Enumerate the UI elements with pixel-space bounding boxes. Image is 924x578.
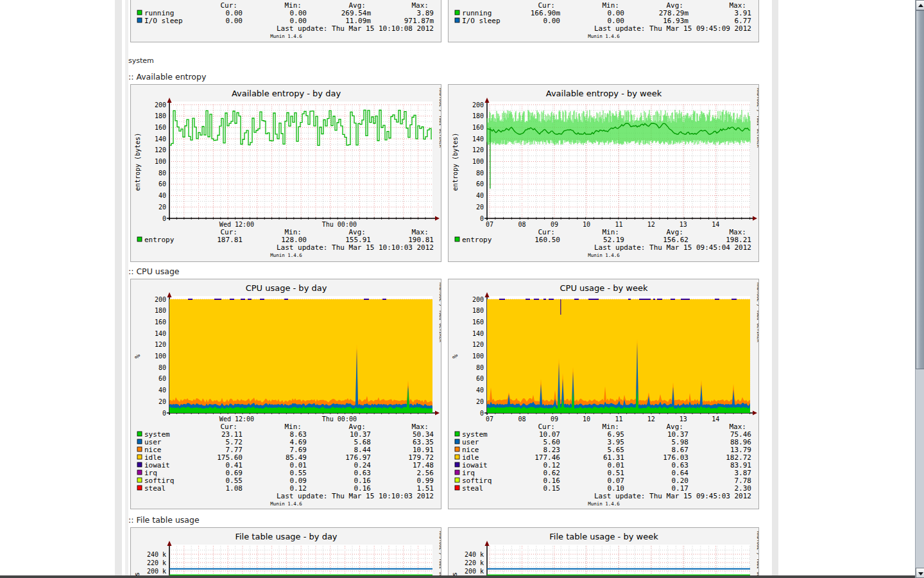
svg-text:Wed 12:00: Wed 12:00 [219,221,254,228]
legend: Cur:Min:Avg:Max:running0.000.00269.54m3.… [137,1,434,39]
legend: Cur:Min:Avg:Max:system23.118.6310.3750.3… [137,423,434,507]
svg-text:200: 200 [472,101,484,109]
svg-text:140: 140 [472,330,484,337]
svg-text:entropy: entropy [462,236,492,244]
graph-entropy-week[interactable]: Available entropy - by weekRRDTOOL / TOB… [448,84,759,262]
svg-text:180: 180 [155,112,166,119]
scrollbar-down-button[interactable] [916,568,924,578]
legend: Cur:Min:Avg:Max:system10.076.9510.3775.4… [455,423,751,507]
svg-text:100: 100 [155,158,166,165]
graph-processes-week-partial[interactable]: Cur:Min:Avg:Max:running166.90m0.00278.29… [448,0,759,42]
legend-swatch-softirq [137,478,142,482]
series-idle [169,299,432,413]
svg-text:60: 60 [476,180,484,188]
legend: Cur:Min:Avg:Max:running166.90m0.00278.29… [455,1,751,39]
svg-text:08: 08 [518,221,526,228]
svg-text:20: 20 [158,204,166,211]
svg-text:140: 140 [155,330,166,337]
svg-text:RRDTOOL / TOBI OETIKER: RRDTOOL / TOBI OETIKER [438,88,441,148]
heading-available-entropy: :: Available entropy [128,72,206,82]
svg-text:120: 120 [472,341,484,348]
svg-text:RRDTOOL / TOBI OETIKER: RRDTOOL / TOBI OETIKER [438,531,441,578]
svg-text:0: 0 [162,410,166,417]
plot-area: 0204060801001201401601802000708091011121… [472,292,757,423]
svg-text:100: 100 [155,353,166,360]
svg-text:0.15: 0.15 [543,484,561,493]
svg-text:Thu 00:00: Thu 00:00 [322,416,357,423]
svg-text:240 k: 240 k [465,551,484,558]
svg-text:09: 09 [551,221,558,228]
svg-text:09: 09 [551,416,558,423]
svg-text:100: 100 [472,158,484,165]
graph-file-table-day-partial[interactable]: File table usage - by dayRRDTOOL / TOBI … [130,527,441,578]
svg-text:13: 13 [680,416,687,423]
svg-text:160: 160 [472,319,484,326]
svg-text:140: 140 [155,136,166,143]
svg-text:Available entropy - by week: Available entropy - by week [546,89,662,98]
legend-swatch-idle [455,455,459,459]
svg-text:Munin 1.4.6: Munin 1.4.6 [270,33,302,39]
svg-text:0.00: 0.00 [543,17,561,25]
legend-swatch-user [137,439,142,444]
svg-text:12: 12 [647,221,655,228]
svg-text:10: 10 [583,416,590,423]
vertical-scrollbar[interactable] [915,0,924,578]
svg-text:20: 20 [158,398,166,405]
svg-text:80: 80 [476,170,484,177]
svg-text:60: 60 [476,375,484,382]
svg-text:180: 180 [155,307,166,314]
svg-text:160.50: 160.50 [535,236,560,244]
svg-text:07: 07 [486,416,493,423]
svg-text:Munin 1.4.6: Munin 1.4.6 [588,33,620,39]
legend: Cur:Min:Avg:Max:entropy160.5052.19156.62… [455,228,751,258]
plot-area: 020406080100120140160180200Wed 12:00Thu … [155,98,440,228]
svg-text:20: 20 [476,398,484,405]
svg-text:Available entropy - by day: Available entropy - by day [232,89,341,98]
legend-swatch-entropy [455,237,459,241]
svg-text:60: 60 [158,375,166,382]
cpu-day-svg: CPU usage - by dayRRDTOOL / TOBI OETIKER… [131,279,441,510]
svg-text:40: 40 [158,387,166,394]
legend-swatch-nice [455,447,459,451]
svg-text:40: 40 [158,192,166,199]
legend-swatch-system [455,432,459,436]
legend-swatch-softirq [455,478,459,482]
proc-week-svg: Cur:Min:Avg:Max:running166.90m0.00278.29… [449,0,758,42]
graph-file-table-week-partial[interactable]: File table usage - by weekRRDTOOL / TOBI… [448,527,759,578]
svg-text:40: 40 [476,387,484,394]
svg-text:entropy (bytes): entropy (bytes) [134,133,141,191]
graph-processes-day-partial[interactable]: Cur:Min:Avg:Max:running0.000.00269.54m3.… [130,0,441,42]
up-arrow-icon [918,4,923,7]
svg-text:120: 120 [155,146,166,153]
svg-text:Munin 1.4.6: Munin 1.4.6 [270,501,302,507]
file-week-svg: File table usage - by weekRRDTOOL / TOBI… [449,528,758,578]
svg-text:200 k: 200 k [147,568,166,575]
file-day-svg: File table usage - by dayRRDTOOL / TOBI … [131,528,441,578]
scrollbar-up-button[interactable] [916,0,924,10]
svg-text:200 k: 200 k [465,568,484,575]
plot-area: 0204060801001201401601802000708091011121… [472,98,757,228]
svg-text:200: 200 [472,296,484,303]
svg-text:160: 160 [155,319,166,326]
svg-text:220 k: 220 k [147,559,166,566]
svg-text:11: 11 [615,221,622,228]
svg-text:Last update: Thu Mar 15 09:45:: Last update: Thu Mar 15 09:45:04 2012 [594,243,751,252]
svg-text:180: 180 [472,112,484,119]
legend: Cur:Min:Avg:Max:entropy187.81128.00155.9… [137,228,434,258]
graph-cpu-week[interactable]: CPU usage - by weekRRDTOOL / TOBI OETIKE… [448,279,759,509]
svg-text:I/O sleep: I/O sleep [144,17,183,25]
scrollbar-thumb[interactable] [916,10,924,369]
svg-text:I/O sleep: I/O sleep [462,17,501,25]
svg-text:40: 40 [476,192,484,199]
svg-text:200: 200 [155,296,166,303]
svg-text:80: 80 [158,170,166,177]
plot-area: 020406080100120140160180200Wed 12:00Thu … [155,292,440,423]
svg-text:07: 07 [486,221,493,228]
cpu-week-svg: CPU usage - by weekRRDTOOL / TOBI OETIKE… [449,279,758,510]
legend-swatch-irq [137,470,142,475]
graph-cpu-day[interactable]: CPU usage - by dayRRDTOOL / TOBI OETIKER… [130,279,441,509]
graph-entropy-day[interactable]: Available entropy - by dayRRDTOOL / TOBI… [130,84,441,262]
svg-text:%: % [452,355,459,358]
svg-text:entropy: entropy [144,236,175,244]
munin-monitoring-page: system :: Available entropy :: CPU usage… [0,0,924,578]
